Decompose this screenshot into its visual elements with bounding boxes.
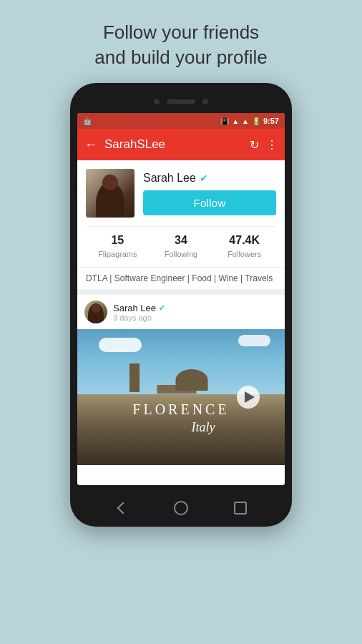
nav-back-button[interactable] [113,499,130,517]
profile-name: Sarah Lee [143,172,196,185]
avatar-image [86,169,134,218]
profile-top: Sarah Lee ✔ Follow [86,169,276,218]
post-avatar [84,301,107,323]
signal-icon: ▲ [242,117,249,125]
post-image[interactable]: Florence Italy [77,329,285,465]
headline: Follow your friends and build your profi… [94,20,267,70]
play-button[interactable] [237,386,260,409]
verified-icon: ✔ [200,172,208,184]
vibrate-icon: 📳 [220,117,229,125]
followers-count: 47.4K [212,234,276,247]
follow-button[interactable]: Follow [143,190,276,215]
phone-shell: 🤖 📳 ▲ ▲ 🔋 9:57 ← SarahSLee ↻ ⋮ [70,83,292,527]
status-left: 🤖 [83,117,93,125]
flipagrams-label: Flipagrams [98,250,137,258]
toolbar-title: SarahSLee [104,137,250,152]
stats-row: 15 Flipagrams 34 Following 47.4K Followe… [86,226,276,260]
bio-text: DTLA | Software Engineer | Food | Wine |… [86,273,273,283]
status-time: 9:57 [263,117,279,125]
more-button[interactable]: ⋮ [266,138,278,152]
cloud1 [99,338,142,352]
bio-section: DTLA | Software Engineer | Food | Wine |… [77,267,285,289]
phone-camera2 [202,99,208,104]
flipagrams-count: 15 [86,234,150,247]
phone-top [77,94,285,109]
post-meta: Sarah Lee ✔ 3 days ago [113,303,165,322]
tower-silhouette [129,364,140,392]
profile-name-area: Sarah Lee ✔ Follow [143,172,276,215]
headline-line1: Follow your friends [103,21,259,43]
screen: 🤖 📳 ▲ ▲ 🔋 9:57 ← SarahSLee ↻ ⋮ [77,113,285,485]
phone-camera [154,99,160,104]
italy-text: Italy [192,420,215,435]
status-right: 📳 ▲ ▲ 🔋 9:57 [220,117,279,125]
followers-label: Followers [228,250,261,258]
post-author-name: Sarah Lee [113,303,156,313]
toolbar: ← SarahSLee ↻ ⋮ [77,129,285,160]
wifi-icon: ▲ [232,117,239,125]
following-label: Following [165,250,197,258]
nav-recents-button[interactable] [232,499,249,517]
post-verified-icon: ✔ [159,303,165,313]
stat-following[interactable]: 34 Following [150,234,213,260]
back-button[interactable]: ← [84,137,97,152]
battery-icon: 🔋 [252,117,260,125]
android-icon: 🤖 [83,117,92,125]
stat-flipagrams: 15 Flipagrams [86,234,150,260]
refresh-button[interactable]: ↻ [250,138,259,152]
following-count: 34 [150,234,213,247]
profile-section: Sarah Lee ✔ Follow 15 Flipagrams 34 Foll… [77,160,285,267]
avatar [86,169,134,218]
play-icon [245,391,255,403]
phone-nav [70,499,292,517]
nav-home-button[interactable] [172,499,190,517]
post-section: Sarah Lee ✔ 3 days ago Florence Italy [77,289,285,485]
status-bar: 🤖 📳 ▲ ▲ 🔋 9:57 [77,113,285,129]
stat-followers[interactable]: 47.4K Followers [212,234,276,260]
toolbar-actions: ↻ ⋮ [250,138,278,152]
post-time: 3 days ago [113,313,165,322]
phone-speaker [167,99,195,104]
profile-name-row: Sarah Lee ✔ [143,172,276,185]
post-name-row: Sarah Lee ✔ [113,303,165,313]
post-header: Sarah Lee ✔ 3 days ago [77,295,285,329]
cloud2 [238,335,270,346]
dome-silhouette [175,369,207,391]
headline-line2: and build your profile [94,47,267,68]
